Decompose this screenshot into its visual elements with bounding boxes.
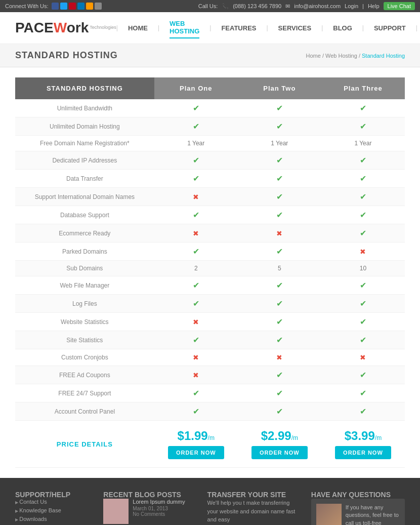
check-icon: ✔ xyxy=(276,336,283,344)
check-icon: ✔ xyxy=(193,407,199,416)
support-links: Contact UsKnowledge BaseDownloadsMy Acco… xyxy=(15,499,93,525)
blog-comments: No Comments xyxy=(133,511,185,517)
breadcrumb: Home / Web Hosting / Standard Hosting xyxy=(306,53,405,59)
table-row: Free Domain Name Registration*1 Year1 Ye… xyxy=(15,136,405,151)
support-link[interactable]: Downloads xyxy=(15,516,93,522)
table-row: Log Files✔✔✔ xyxy=(15,295,405,313)
live-chat-button[interactable]: Live Chat xyxy=(384,2,415,10)
table-row: Custom Cronjobs✖✖✖ xyxy=(15,349,405,366)
nav-home[interactable]: HOME xyxy=(128,22,148,34)
footer: SUPPORT/HELP Contact UsKnowledge BaseDow… xyxy=(0,478,420,525)
check-icon: ✔ xyxy=(193,299,199,308)
nav-divider: | xyxy=(321,24,323,31)
feature-value: ✔ xyxy=(154,99,238,117)
feature-value: ✔ xyxy=(321,402,405,421)
feature-value: 1 Year xyxy=(321,136,405,151)
contact-box: If you have any questions, feel free to … xyxy=(311,499,405,525)
feature-value: ✖ xyxy=(238,224,321,243)
email-icon[interactable] xyxy=(95,3,102,10)
price-details-link[interactable]: PRICE DETAILS xyxy=(57,440,113,448)
table-row: Unlimited Bandwidth✔✔✔ xyxy=(15,99,405,117)
blog-title[interactable]: Lorem Ipsum dummy xyxy=(133,499,185,505)
table-row: Unlimited Domain Hosting✔✔✔ xyxy=(15,117,405,136)
feature-name: Sub Domains xyxy=(15,261,154,276)
feature-value: ✖ xyxy=(154,313,238,331)
feature-value: ✔ xyxy=(321,295,405,313)
linkedin-icon[interactable] xyxy=(77,3,85,10)
feature-value: ✔ xyxy=(238,384,321,402)
nav-services[interactable]: SERVICES xyxy=(278,22,312,34)
order-btn-plan1[interactable]: ORDER NOW xyxy=(168,446,224,459)
twitter-icon[interactable] xyxy=(60,3,67,10)
table-header-plan1: Plan One xyxy=(154,77,238,99)
footer-blog: RECENT BLOG POSTS Lorem Ipsum dummy Marc… xyxy=(103,491,197,525)
nav-features[interactable]: FEATURES xyxy=(221,22,256,34)
feature-value: ✔ xyxy=(321,313,405,331)
feature-value: 1 Year xyxy=(238,136,321,151)
feature-name: Dedicated IP Addresses xyxy=(15,151,154,170)
table-row: Site Statistics✔✔✔ xyxy=(15,331,405,349)
breadcrumb-webhosting[interactable]: Web Hosting xyxy=(325,53,357,59)
feature-name: Custom Cronjobs xyxy=(15,349,154,366)
pinterest-icon[interactable] xyxy=(69,3,76,10)
cross-icon: ✖ xyxy=(193,371,199,379)
footer-transfer: TRANSFER YOUR SITE We'll help you t make… xyxy=(207,491,301,525)
nav-blog[interactable]: BLOG xyxy=(333,22,352,34)
check-icon: ✔ xyxy=(276,211,283,219)
order-btn-plan3[interactable]: ORDER NOW xyxy=(335,446,391,459)
blog-post: Lorem Ipsum dummy March 01, 2013 No Comm… xyxy=(103,499,197,524)
feature-value: ✖ xyxy=(238,349,321,366)
order-btn-plan2[interactable]: ORDER NOW xyxy=(251,446,308,459)
feature-value: ✔ xyxy=(238,243,321,261)
logo-work: Work xyxy=(54,20,89,36)
feature-value: ✖ xyxy=(154,349,238,366)
feature-value: ✔ xyxy=(238,206,321,224)
feature-name: Free Domain Name Registration* xyxy=(15,136,154,151)
rss-icon[interactable] xyxy=(86,3,93,10)
cross-icon: ✖ xyxy=(193,193,199,201)
check-icon: ✔ xyxy=(360,317,366,326)
check-icon: ✔ xyxy=(276,104,283,112)
breadcrumb-current: Standard Hosting xyxy=(362,53,405,59)
help-link[interactable]: Help xyxy=(368,3,380,9)
feature-value: ✔ xyxy=(321,366,405,384)
feature-value: ✔ xyxy=(321,151,405,170)
check-icon: ✔ xyxy=(360,371,366,379)
blog-date: March 01, 2013 xyxy=(133,506,185,511)
check-icon: ✔ xyxy=(276,371,283,379)
feature-name: Parked Domains xyxy=(15,243,154,261)
plan3-price: $3.99/m xyxy=(326,429,400,443)
contact-info: If you have any questions, feel free to … xyxy=(346,504,400,525)
nav-support[interactable]: SUPPORT xyxy=(374,22,406,34)
check-icon: ✔ xyxy=(193,336,199,344)
connect-label: Connect With Us: xyxy=(5,3,49,9)
feature-name: Ecommerce Ready xyxy=(15,224,154,243)
footer-transfer-title: TRANSFER YOUR SITE xyxy=(207,491,301,499)
feature-value: ✔ xyxy=(321,99,405,117)
table-row: Parked Domains✔✔✖ xyxy=(15,243,405,261)
nav-divider: | xyxy=(116,24,118,31)
support-link[interactable]: Knowledge Base xyxy=(15,507,93,513)
feature-value: ✔ xyxy=(154,206,238,224)
check-icon: ✔ xyxy=(193,104,199,112)
feature-value: ✖ xyxy=(154,224,238,243)
nav-webhosting[interactable]: WEB HOSTING xyxy=(170,17,199,38)
blog-posts: Lorem Ipsum dummy March 01, 2013 No Comm… xyxy=(103,499,197,525)
plan2-price: $2.99/m xyxy=(243,429,316,443)
login-link[interactable]: Login xyxy=(345,3,358,9)
support-link[interactable]: Contact Us xyxy=(15,499,93,505)
email-address: info@airohost.com xyxy=(294,3,341,9)
check-icon: ✔ xyxy=(360,407,366,416)
feature-name: Unlimited Domain Hosting xyxy=(15,117,154,136)
table-header-plan2: Plan Two xyxy=(238,77,321,99)
breadcrumb-home[interactable]: Home xyxy=(306,53,321,59)
feature-value: 1 Year xyxy=(154,136,238,151)
feature-name: FREE 24/7 Support xyxy=(15,384,154,402)
feature-value: ✔ xyxy=(238,331,321,349)
footer-transfer-desc: We'll help you t make transferring your … xyxy=(207,499,301,524)
feature-value: ✔ xyxy=(238,313,321,331)
feature-name: Account Control Panel xyxy=(15,402,154,421)
feature-name: Site Statistics xyxy=(15,331,154,349)
footer-questions: HAVE ANY QUESTIONS If you have any quest… xyxy=(311,491,405,525)
facebook-icon[interactable] xyxy=(52,3,59,10)
